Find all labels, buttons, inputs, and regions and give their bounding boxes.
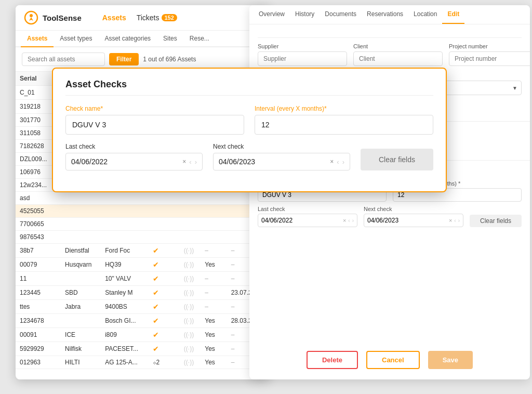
tab-location[interactable]: Location — [408, 5, 442, 24]
client-label: Client — [353, 43, 443, 49]
modal-next-check-field[interactable]: 04/06/2023 × ‹ › — [213, 153, 350, 170]
tab-assets[interactable]: Assets — [21, 31, 54, 47]
cell-status — [149, 192, 180, 205]
bg-last-check-prev[interactable]: ‹ — [348, 218, 350, 224]
cell-type: HQ39 — [101, 258, 148, 272]
cell-signal: ((·)) — [180, 244, 201, 258]
search-input[interactable] — [22, 52, 105, 66]
signal-icon: ((·)) — [184, 289, 194, 296]
left-app-window: ToolSense Assets Tickets 152 × Assets As… — [16, 5, 270, 379]
table-row[interactable]: 4525055 — [16, 205, 270, 218]
table-row[interactable]: ttesJabra9400BS✔((·))–– — [16, 300, 270, 314]
bg-next-check-clear[interactable]: × — [449, 217, 452, 224]
tab-documents[interactable]: Documents — [320, 5, 362, 24]
table-row[interactable]: 00079HusqvarnHQ39✔((·))Yes– — [16, 258, 270, 272]
cell-brand — [61, 314, 101, 328]
cell-qr: Yes — [201, 258, 227, 272]
cell-signal: ((·)) — [180, 314, 201, 328]
modal-check-name-input[interactable] — [65, 115, 244, 135]
nav-assets[interactable]: Assets — [102, 14, 126, 22]
tab-asset-categories[interactable]: Asset categories — [98, 31, 157, 47]
cell-serial: 00091 — [16, 328, 61, 342]
cell-status: ✔ — [149, 369, 180, 374]
tab-rese[interactable]: Rese... — [183, 31, 216, 47]
save-button[interactable]: Save — [428, 351, 473, 369]
table-row[interactable]: 012963HILTIAG 125-A...⬦2((·))Yes– — [16, 356, 270, 369]
table-row[interactable]: 38b7DienstfalFord Foc✔((·))–– — [16, 244, 270, 258]
bg-last-check-field[interactable]: 04/06/2022 × ‹ › — [258, 214, 357, 227]
bg-next-check-next[interactable]: › — [458, 218, 460, 224]
tab-edit[interactable]: Edit — [442, 5, 464, 24]
cell-status: ✔ — [149, 244, 180, 258]
status-check-icon: ✔ — [153, 260, 159, 269]
modal-next-check-next[interactable]: › — [342, 158, 344, 166]
empty-dash: – — [231, 372, 235, 373]
supplier-input[interactable] — [258, 51, 347, 66]
modal-name-interval-row: Check name* Interval (every X months)* — [65, 105, 433, 135]
table-row[interactable]: 1234678Bosch GI...✔((·))Yes28.03.20... — [16, 314, 270, 328]
supplier-label: Supplier — [258, 43, 347, 49]
table-row[interactable]: 5929929NilfiskPACESET...✔((·))Yes– — [16, 342, 270, 356]
cell-signal: ((·)) — [180, 369, 201, 374]
cell-brand: Husqvarn — [61, 258, 101, 272]
right-panel: Overview History Documents Reservations … — [249, 5, 530, 379]
cell-signal: ((·)) — [180, 286, 201, 300]
tab-sites[interactable]: Sites — [157, 31, 183, 47]
bg-next-check-field[interactable]: 04/06/2023 × ‹ › — [364, 214, 463, 227]
table-row[interactable]: 00091ICEi809✔((·))Yes– — [16, 328, 270, 342]
empty-dash: – — [205, 289, 208, 296]
modal-last-check-prev[interactable]: ‹ — [189, 158, 191, 166]
cell-status — [149, 231, 180, 244]
status-check-icon: ✔ — [153, 331, 159, 339]
modal-clear-fields-button[interactable]: Clear fields — [361, 149, 433, 170]
cell-qr: – — [201, 244, 227, 258]
modal-next-check-clear-icon[interactable]: × — [330, 158, 334, 165]
modal-interval-group: Interval (every X months)* — [255, 105, 433, 135]
table-row[interactable]: 7700665 — [16, 218, 270, 231]
table-row[interactable]: 1110" VALV✔((·))–– — [16, 272, 270, 286]
delete-button[interactable]: Delete — [307, 351, 358, 369]
bg-clear-fields-button[interactable]: Clear fields — [470, 215, 522, 227]
cell-status: ✔ — [149, 300, 180, 314]
tab-history[interactable]: History — [290, 5, 320, 24]
tab-reservations[interactable]: Reservations — [362, 5, 408, 24]
filter-button[interactable]: Filter — [109, 53, 139, 65]
cell-qr: Yes — [201, 369, 227, 374]
cell-serial: asd — [16, 192, 61, 205]
cell-serial: 012963 — [16, 356, 61, 369]
modal-last-check-clear-icon[interactable]: × — [182, 158, 186, 165]
modal-last-check-next[interactable]: › — [195, 158, 197, 166]
table-row[interactable]: Testing U...HENLEK1 300 n...✔((·))Yes– — [16, 369, 270, 374]
cell-type: Bosch GI... — [101, 314, 148, 328]
modal-interval-input[interactable] — [255, 115, 433, 135]
project-number-group: Project number — [449, 43, 530, 66]
cell-status: ✔ — [149, 272, 180, 286]
bg-last-check-next[interactable]: › — [352, 218, 354, 224]
left-tabs: Assets Asset types Asset categories Site… — [16, 31, 270, 47]
asset-checks-modal: Asset Checks Check name* Interval (every… — [52, 68, 447, 192]
tab-overview[interactable]: Overview — [254, 5, 290, 24]
client-input[interactable] — [353, 51, 443, 66]
tab-asset-types[interactable]: Asset types — [54, 31, 98, 47]
assets-count: 1 out of 696 Assets — [143, 56, 196, 63]
signal-icon: ((·)) — [184, 345, 194, 352]
table-row[interactable]: 9876543 — [16, 231, 270, 244]
table-row[interactable]: asd — [16, 192, 270, 205]
cell-type — [101, 192, 148, 205]
signal-icon: ((·)) — [184, 275, 194, 282]
nav-tickets[interactable]: Tickets 152 — [137, 14, 177, 22]
empty-dash: – — [231, 261, 235, 268]
project-number-input[interactable] — [449, 51, 530, 66]
modal-next-check-prev[interactable]: ‹ — [337, 158, 339, 166]
table-row[interactable]: 123445SBDStanley M✔((·))–23.07.20... — [16, 286, 270, 300]
modal-last-check-field[interactable]: 04/06/2022 × ‹ › — [65, 153, 203, 170]
modal-last-check-group: Last check 04/06/2022 × ‹ › — [65, 143, 203, 170]
cell-qr: Yes — [201, 356, 227, 369]
cell-serial: Testing U... — [16, 369, 61, 374]
signal-icon: ((·)) — [184, 303, 194, 310]
cell-type: i809 — [101, 328, 148, 342]
empty-dash: – — [231, 359, 235, 366]
cancel-button[interactable]: Cancel — [366, 351, 420, 369]
bg-last-check-clear[interactable]: × — [343, 217, 346, 224]
bg-next-check-prev[interactable]: ‹ — [454, 218, 456, 224]
